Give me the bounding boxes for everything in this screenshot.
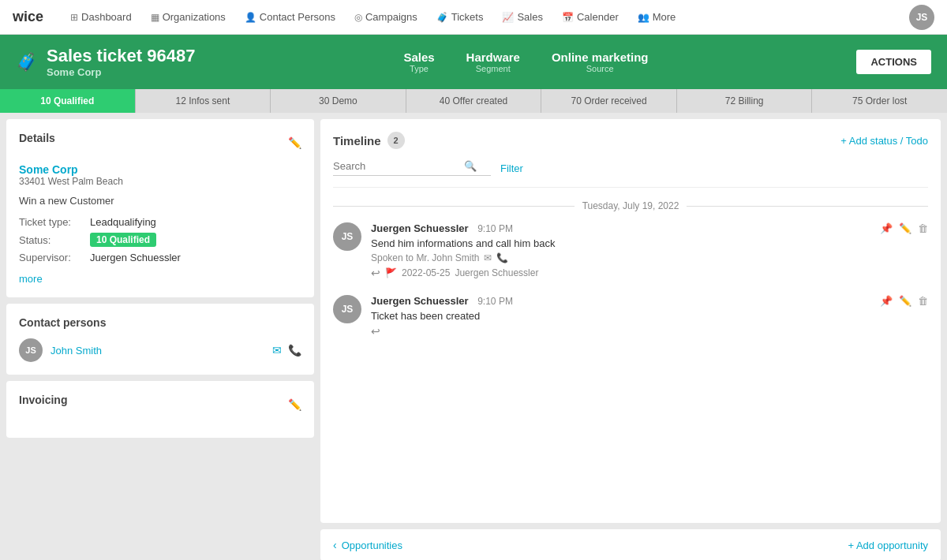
header-meta-type: Sales Type <box>403 50 434 73</box>
contact-row: JS John Smith ✉ 📞 <box>19 338 301 362</box>
entry-1-edit-icon[interactable]: ✏️ <box>899 222 911 234</box>
entry-2-actions: 📌 ✏️ 🗑 <box>880 295 928 307</box>
header-meta-source: Online marketing Source <box>552 50 649 73</box>
progress-step-billing[interactable]: 72 Billing <box>677 89 813 113</box>
nav-item-contact-persons[interactable]: 👤 Contact Persons <box>237 6 343 28</box>
nav-item-organizations[interactable]: ▦ Organizations <box>143 6 234 28</box>
header-subtitle: Some Corp <box>47 66 195 78</box>
entry-1-pin-icon[interactable]: 📌 <box>880 222 893 234</box>
timeline-entry-2: JS Juergen Schuessler 9:10 PM 📌 ✏️ 🗑 <box>333 295 928 338</box>
more-link[interactable]: more <box>19 273 43 285</box>
ticket-type-row: Ticket type: Leadqualifying <box>19 216 301 228</box>
ticket-type-value: Leadqualifying <box>90 216 156 228</box>
timeline-card: Timeline 2 + Add status / Todo 🔍 Filter … <box>320 119 941 523</box>
timeline-title: Timeline 2 <box>333 132 405 149</box>
timeline-count-badge: 2 <box>387 132 405 149</box>
invoicing-title: Invoicing <box>19 394 67 406</box>
entry-1-header: Juergen Schuessler 9:10 PM 📌 ✏️ 🗑 <box>371 222 928 234</box>
entry-2-header: Juergen Schuessler 9:10 PM 📌 ✏️ 🗑 <box>371 295 928 307</box>
nav-label-calender: Calender <box>577 11 619 23</box>
contact-email-icon[interactable]: ✉ <box>272 344 282 357</box>
entry-2-name-time: Juergen Schuessler 9:10 PM <box>371 295 513 307</box>
supervisor-row: Supervisor: Juergen Schuessler <box>19 252 301 263</box>
dashboard-icon: ⊞ <box>70 12 78 23</box>
company-address: 33401 West Palm Beach <box>19 176 301 187</box>
status-label: Status: <box>19 234 90 246</box>
add-opportunity-link[interactable]: + Add opportunity <box>848 539 928 551</box>
supervisor-value: Juergen Schuessler <box>90 252 181 263</box>
invoicing-card: Invoicing ✏️ <box>6 381 314 438</box>
search-icon[interactable]: 🔍 <box>464 160 477 172</box>
campaigns-icon: ◎ <box>354 12 362 23</box>
header-banner: 🧳 Sales ticket 96487 Some Corp Sales Typ… <box>0 35 947 89</box>
user-avatar[interactable]: JS <box>909 5 934 30</box>
entry-1-name-time: Juergen Schuessler 9:10 PM <box>371 222 513 234</box>
company-name-link[interactable]: Some Corp <box>19 163 301 176</box>
entry-1-delete-icon[interactable]: 🗑 <box>918 222 928 234</box>
entry-2-edit-icon[interactable]: ✏️ <box>899 295 911 307</box>
nav-label-contact-persons: Contact Persons <box>260 11 335 23</box>
progress-step-demo[interactable]: 30 Demo <box>271 89 406 113</box>
progress-step-offer-created[interactable]: 40 Offer created <box>406 89 542 113</box>
progress-step-infos-sent[interactable]: 12 Infos sent <box>136 89 271 113</box>
search-filter-row: 🔍 Filter <box>333 160 928 188</box>
date-line-right <box>687 206 928 207</box>
nav-item-more[interactable]: 👥 More <box>630 6 684 28</box>
organizations-icon: ▦ <box>151 12 159 23</box>
entry-1-meta: Spoken to Mr. John Smith ✉ 📞 <box>371 252 928 263</box>
entry-1-avatar: JS <box>333 222 361 251</box>
calender-icon: 📅 <box>562 12 574 23</box>
entry-1-name: Juergen Schuessler <box>371 222 469 234</box>
progress-step-order-received[interactable]: 70 Order received <box>541 89 677 113</box>
contact-persons-card: Contact persons JS John Smith ✉ 📞 <box>6 304 314 375</box>
add-status-link[interactable]: + Add status / Todo <box>840 135 928 147</box>
search-box: 🔍 <box>333 160 491 176</box>
entry-1-actions: 📌 ✏️ 🗑 <box>880 222 928 234</box>
nav-item-calender[interactable]: 📅 Calender <box>554 6 627 28</box>
left-panel: Details ✏️ Some Corp 33401 West Palm Bea… <box>6 119 314 560</box>
timeline-title-text: Timeline <box>333 134 381 147</box>
entry-1-footer: ↩ 🚩 2022-05-25 Juergen Schuessler <box>371 267 928 279</box>
progress-step-order-lost[interactable]: 75 Order lost <box>812 89 947 113</box>
entry-2-reply-icon[interactable]: ↩ <box>371 325 380 338</box>
header-meta-type-value: Sales <box>403 50 434 64</box>
contact-name[interactable]: John Smith <box>51 345 264 357</box>
contact-phone-icon[interactable]: 📞 <box>288 344 301 357</box>
status-row: Status: 10 Qualified <box>19 233 301 247</box>
main-content: Details ✏️ Some Corp 33401 West Palm Bea… <box>0 113 947 560</box>
invoicing-edit-icon[interactable]: ✏️ <box>288 398 301 411</box>
entry-2-footer: ↩ <box>371 325 928 338</box>
entry-2-delete-icon[interactable]: 🗑 <box>918 295 928 307</box>
actions-button[interactable]: ACTIONS <box>856 50 931 74</box>
nav-item-campaigns[interactable]: ◎ Campaigns <box>346 6 425 28</box>
search-input[interactable] <box>333 160 459 172</box>
nav-item-dashboard[interactable]: ⊞ Dashboard <box>62 6 140 28</box>
entry-2-time: 9:10 PM <box>477 296 513 307</box>
nav-items: ⊞ Dashboard ▦ Organizations 👤 Contact Pe… <box>62 6 909 28</box>
app-logo: wice <box>13 9 43 25</box>
progress-step-qualified[interactable]: 10 Qualified <box>0 89 136 113</box>
entry-2-body: Ticket has been created <box>371 310 928 322</box>
contact-persons-title: Contact persons <box>19 316 301 329</box>
entry-2-pin-icon[interactable]: 📌 <box>880 295 893 307</box>
details-edit-icon[interactable]: ✏️ <box>288 136 301 149</box>
nav-label-tickets: Tickets <box>451 11 484 23</box>
opportunities-left[interactable]: ‹ Opportunities <box>333 539 402 551</box>
nav-item-tickets[interactable]: 🧳 Tickets <box>429 6 492 28</box>
right-panel: Timeline 2 + Add status / Todo 🔍 Filter … <box>320 119 941 560</box>
entry-2-name: Juergen Schuessler <box>371 295 469 307</box>
entry-1-phone-icon: 📞 <box>496 252 508 263</box>
header-meta-segment: Hardware Segment <box>466 50 520 73</box>
details-title: Details <box>19 132 55 144</box>
opportunities-card: ‹ Opportunities + Add opportunity <box>320 529 941 560</box>
nav-item-sales[interactable]: 📈 Sales <box>494 6 551 28</box>
entry-1-reply-icon[interactable]: ↩ <box>371 267 380 279</box>
nav-label-campaigns: Campaigns <box>365 11 417 23</box>
contact-icons: ✉ 📞 <box>272 344 301 357</box>
entry-2-avatar: JS <box>333 295 361 323</box>
entry-2-content: Juergen Schuessler 9:10 PM 📌 ✏️ 🗑 Ticket… <box>371 295 928 338</box>
top-navigation: wice ⊞ Dashboard ▦ Organizations 👤 Conta… <box>0 0 947 35</box>
entry-1-footer-name: Juergen Schuessler <box>455 267 538 278</box>
filter-button[interactable]: Filter <box>500 162 523 174</box>
timeline-entry-1: JS Juergen Schuessler 9:10 PM 📌 ✏️ 🗑 <box>333 222 928 279</box>
